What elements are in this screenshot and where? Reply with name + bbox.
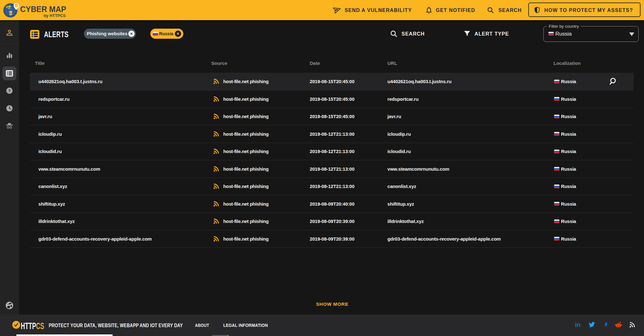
svg-text:?: ? [8, 88, 11, 93]
